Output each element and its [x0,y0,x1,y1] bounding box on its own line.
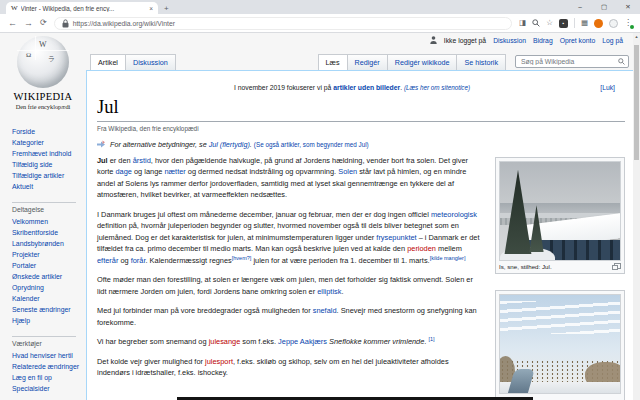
wikipedia-globe-logo[interactable]: WΩラ [17,36,69,88]
tab-title: Vinter - Wikipedia, den frie ency... [21,5,147,12]
sidebar-link[interactable]: Tilfældige artikler [12,170,86,181]
article-content: I november 2019 fokuserer vi på artikler… [86,70,633,400]
wiki-link[interactable]: årstid [133,156,151,165]
sidebar-link[interactable]: Tilfældig side [12,159,86,170]
sidebar-link[interactable]: Specialsider [12,383,86,394]
wiki-link[interactable]: Jul (flertydig) [209,140,250,149]
avatar-icon[interactable] [609,19,618,28]
wiki-link[interactable]: (Se også artikler, som begynder med Jul) [254,141,369,148]
wiki-link[interactable]: dage [115,167,131,176]
wiki-link[interactable]: elliptisk [317,287,341,296]
sidebar-link[interactable]: Hvad henviser hertil [12,350,86,361]
wiki-link[interactable]: nætter [164,167,185,176]
window-controls: – ▢ ✕ [568,0,640,13]
sitenotice-close[interactable]: [Luk] [600,84,615,91]
sidebar-link[interactable]: Ønskede artikler [12,271,86,282]
sidebar-link[interactable]: Skribentforside [12,227,86,238]
article-tabs-row: ArtikelDiskussion LæsRedigérRedigér wiki… [86,52,633,70]
sidebar-link[interactable]: Kalender [12,293,86,304]
wiki-link[interactable]: [hvem?] [232,254,252,260]
winter-field-photo[interactable] [499,294,621,394]
menu-dots-icon[interactable]: ⋮ [624,19,632,27]
sidebar-link[interactable]: Portaler [12,260,86,271]
red-link[interactable]: perioden [407,244,436,253]
not-logged-in-label: Ikke logget på [444,37,486,44]
view-tab[interactable]: Se historik [456,54,506,70]
namespace-tabs: ArtikelDiskussion [90,54,175,70]
personal-link[interactable]: Diskussion [493,37,526,44]
personal-link[interactable]: Log på [602,37,623,44]
browser-toolbar: ← → ⟳ https://da.wikipedia.org/wiki/Vint… [0,14,640,33]
wiki-link[interactable]: frysepunktet [376,233,416,242]
avatar-orange-icon[interactable] [594,19,603,28]
personal-link[interactable]: Opret konto [560,37,596,44]
user-icon [430,36,437,44]
tab-strip: W Vinter - Wikipedia, den frie ency... ×… [0,0,640,14]
hatnote: For alternative betydninger, se Jul (fle… [97,140,625,149]
wiki-link[interactable]: [kilde mangler] [430,254,466,260]
sidebar-link[interactable]: Hjælp [12,315,86,326]
minimize-button[interactable]: – [568,0,592,13]
forward-button[interactable]: → [24,19,33,28]
back-button[interactable]: ← [8,19,17,28]
scrollbar[interactable]: ▲ [633,33,640,400]
wikipedia-favicon: W [11,5,18,12]
reload-button[interactable]: ⟳ [40,19,47,27]
scroll-up-icon[interactable]: ▲ [633,33,640,41]
lock-icon [62,19,69,28]
article-body: Is, sne, stilhed: Jul. [97,155,625,379]
view-tab[interactable]: Redigér [347,54,388,70]
sidebar-link[interactable]: Fremhævet indhold [12,148,86,159]
wiki-link[interactable]: [1] [428,336,434,342]
wiki-link[interactable]: forår [131,256,146,265]
sidebar-link[interactable]: Oprydning [12,282,86,293]
sidebar-link[interactable]: Seneste ændringer [12,304,86,315]
wiki-link[interactable]: efterår [97,256,118,265]
extension-dark-icon[interactable]: ▪ [559,19,568,28]
wiki-link[interactable]: Jeppe Aakjærs [278,337,327,346]
search-box [515,55,629,68]
tab-close-icon[interactable]: × [149,5,153,12]
view-tab[interactable]: Læs [318,54,348,70]
red-link[interactable]: julesange [209,337,241,346]
search-icon[interactable] [618,58,625,65]
sidebar-link[interactable]: Forside [12,126,86,137]
namespace-tab[interactable]: Diskussion [125,54,176,70]
sidebar-link[interactable]: Kategorier [12,137,86,148]
sidebar-link[interactable]: Projekter [12,249,86,260]
personal-links: DiskussionBidragOpret kontoLog på [493,37,623,44]
wiki-link[interactable]: meteorologisk [431,210,477,219]
scrollbar-thumb[interactable] [634,45,639,160]
red-link[interactable]: julesport [205,357,233,366]
text-segment: Med jul forbinder man på vore breddegrad… [97,306,313,315]
wiki-link[interactable]: artikler uden billeder [333,84,400,91]
magnify-icon[interactable] [612,263,621,270]
maximize-button[interactable]: ▢ [592,0,616,13]
winter-house-photo[interactable] [499,161,621,261]
namespace-tab[interactable]: Artikel [90,54,126,70]
extensions-icon[interactable]: ▦ [581,19,588,27]
sidebar-link[interactable]: Læg en fil op [12,372,86,383]
wikipedia-wordmark: WIKIPEDIA [0,91,86,102]
wiki-link[interactable]: (Læs her om sitenotice) [404,84,470,91]
wiki-link[interactable]: Solen [338,167,357,176]
sidebar-link[interactable]: Aktuelt [12,181,86,192]
zoom-icon[interactable] [532,19,540,27]
article-thumbnail-1[interactable]: Is, sne, stilhed: Jul. [495,157,625,274]
browser-tab[interactable]: W Vinter - Wikipedia, den frie ency... × [6,2,158,14]
view-tab[interactable]: Redigér wikikode [387,54,458,70]
sidebar-link[interactable]: Landsbybrønden [12,238,86,249]
sidebar-link[interactable]: Velkommen [12,216,86,227]
wikipedia-tagline: Den frie encyklopædi [0,103,86,110]
close-button[interactable]: ✕ [616,0,640,13]
new-tab-button[interactable]: + [164,4,169,14]
text-segment: og lange [132,167,164,176]
wiki-link[interactable]: snefald [313,306,337,315]
sidebar-link[interactable]: Relaterede ændringer [12,361,86,372]
personal-link[interactable]: Bidrag [533,37,553,44]
article-thumbnail-2[interactable] [495,290,625,400]
reading-list-icon[interactable]: ◨ [519,19,526,27]
address-bar[interactable]: https://da.wikipedia.org/wiki/Vinter [54,17,512,30]
favorite-star-icon[interactable]: ☆ [546,19,553,27]
search-input[interactable] [519,57,618,66]
